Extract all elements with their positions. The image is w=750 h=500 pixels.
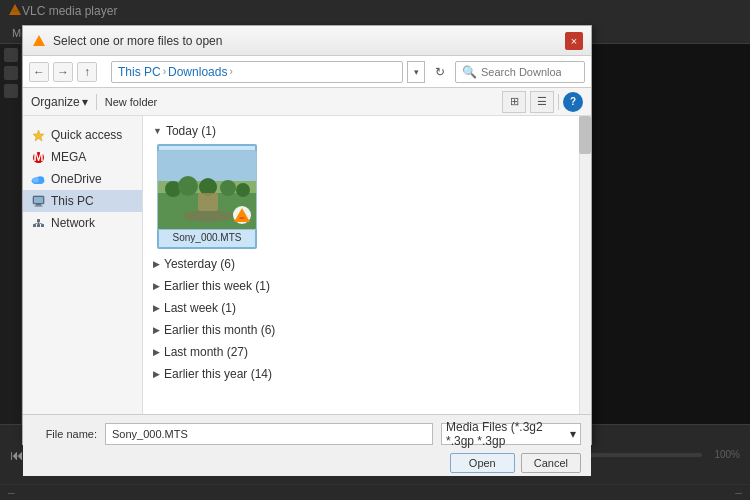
file-open-dialog: Select one or more files to open × ← → ↑… bbox=[22, 25, 592, 445]
file-name-sony: Sony_000.MTS bbox=[173, 232, 242, 243]
dialog-bottom: File name: Media Files (*.3g2 *.3gp *.3g… bbox=[23, 414, 591, 476]
dialog-titlebar: Select one or more files to open × bbox=[23, 26, 591, 56]
quick-access-icon bbox=[31, 128, 45, 142]
dialog-toolbar: Organize ▾ New folder ⊞ ☰ ? bbox=[23, 88, 591, 116]
svg-rect-13 bbox=[36, 204, 41, 206]
section-earlier-week-arrow: ▶ bbox=[153, 281, 160, 291]
scrollbar-thumb[interactable] bbox=[579, 116, 591, 154]
nav-label-network: Network bbox=[51, 216, 95, 230]
search-box[interactable]: 🔍 bbox=[455, 61, 585, 83]
nav-item-quick-access[interactable]: Quick access bbox=[23, 124, 142, 146]
section-earlier-year-arrow: ▶ bbox=[153, 369, 160, 379]
nav-label-quick-access: Quick access bbox=[51, 128, 122, 142]
breadcrumb-sep-1: › bbox=[163, 66, 166, 77]
address-bar: ← → ↑ This PC › Downloads › ▾ ↻ 🔍 bbox=[23, 56, 591, 88]
filename-input[interactable] bbox=[105, 423, 433, 445]
file-thumbnail bbox=[157, 150, 257, 230]
thumb-image bbox=[158, 151, 256, 229]
svg-rect-12 bbox=[34, 197, 43, 203]
vlc-overlay-icon bbox=[232, 205, 252, 225]
view-list-button[interactable]: ☰ bbox=[530, 91, 554, 113]
breadcrumb-sep-2: › bbox=[229, 66, 232, 77]
section-last-month-arrow: ▶ bbox=[153, 347, 160, 357]
organize-button[interactable]: Organize ▾ bbox=[31, 95, 88, 109]
nav-label-mega: MEGA bbox=[51, 150, 86, 164]
toolbar-right: ⊞ ☰ ? bbox=[502, 91, 583, 113]
section-yesterday-arrow: ▶ bbox=[153, 259, 160, 269]
section-today-arrow: ▼ bbox=[153, 126, 162, 136]
svg-point-29 bbox=[220, 180, 236, 196]
up-icon: ↑ bbox=[84, 65, 90, 79]
dialog-vlc-icon bbox=[31, 33, 47, 49]
svg-point-31 bbox=[183, 210, 233, 222]
section-earlier-week-label: Earlier this week (1) bbox=[164, 279, 270, 293]
svg-rect-16 bbox=[37, 224, 40, 227]
nav-item-mega[interactable]: M MEGA bbox=[23, 146, 142, 168]
svg-line-20 bbox=[34, 223, 38, 224]
filetype-select[interactable]: Media Files (*.3g2 *.3gp *.3gp ▾ bbox=[441, 423, 581, 445]
forward-icon: → bbox=[57, 65, 69, 79]
svg-text:M: M bbox=[33, 151, 43, 164]
computer-icon bbox=[31, 194, 45, 208]
path-dropdown-button[interactable]: ▾ bbox=[407, 61, 425, 83]
svg-rect-32 bbox=[198, 193, 218, 211]
section-earlier-month[interactable]: ▶ Earlier this month (6) bbox=[153, 321, 577, 339]
dialog-content: Quick access M MEGA bbox=[23, 116, 591, 414]
section-last-week-arrow: ▶ bbox=[153, 303, 160, 313]
back-button[interactable]: ← bbox=[29, 62, 49, 82]
svg-point-36 bbox=[239, 217, 245, 219]
section-earlier-year-label: Earlier this year (14) bbox=[164, 367, 272, 381]
organize-label: Organize bbox=[31, 95, 80, 109]
toolbar-divider-2 bbox=[558, 94, 559, 110]
svg-rect-4 bbox=[37, 42, 41, 46]
breadcrumb-path[interactable]: This PC › Downloads › bbox=[111, 61, 403, 83]
section-earlier-year[interactable]: ▶ Earlier this year (14) bbox=[153, 365, 577, 383]
files-grid: Sony_000.MTS bbox=[153, 144, 577, 249]
mega-icon: M bbox=[31, 150, 45, 164]
up-button[interactable]: ↑ bbox=[77, 62, 97, 82]
breadcrumb-item-downloads[interactable]: Downloads bbox=[168, 65, 227, 79]
nav-item-onedrive[interactable]: OneDrive bbox=[23, 168, 142, 190]
view-icon-button[interactable]: ⊞ bbox=[502, 91, 526, 113]
filetype-label: Media Files (*.3g2 *.3gp *.3gp bbox=[446, 420, 570, 448]
svg-rect-14 bbox=[34, 205, 42, 206]
svg-rect-24 bbox=[158, 151, 257, 181]
refresh-button[interactable]: ↻ bbox=[429, 61, 451, 83]
scrollbar-track bbox=[579, 116, 591, 414]
svg-point-10 bbox=[32, 178, 39, 183]
search-input[interactable] bbox=[481, 66, 561, 78]
filename-row: File name: Media Files (*.3g2 *.3gp *.3g… bbox=[33, 423, 581, 445]
file-sony-mts[interactable]: Sony_000.MTS bbox=[157, 144, 257, 249]
svg-point-30 bbox=[236, 183, 250, 197]
forward-button[interactable]: → bbox=[53, 62, 73, 82]
svg-line-21 bbox=[38, 223, 42, 224]
section-earlier-week[interactable]: ▶ Earlier this week (1) bbox=[153, 277, 577, 295]
nav-item-network[interactable]: Network bbox=[23, 212, 142, 234]
dialog-title-left: Select one or more files to open bbox=[31, 33, 222, 49]
section-yesterday[interactable]: ▶ Yesterday (6) bbox=[153, 255, 577, 273]
toolbar-divider bbox=[96, 94, 97, 110]
nav-item-this-pc[interactable]: This PC bbox=[23, 190, 142, 212]
cancel-button[interactable]: Cancel bbox=[521, 453, 581, 473]
section-last-week[interactable]: ▶ Last week (1) bbox=[153, 299, 577, 317]
section-earlier-month-label: Earlier this month (6) bbox=[164, 323, 275, 337]
breadcrumb-item-thispc[interactable]: This PC bbox=[118, 65, 161, 79]
svg-marker-5 bbox=[33, 130, 44, 141]
network-icon bbox=[31, 216, 45, 230]
help-button[interactable]: ? bbox=[563, 92, 583, 112]
filename-label: File name: bbox=[33, 428, 97, 440]
section-last-month[interactable]: ▶ Last month (27) bbox=[153, 343, 577, 361]
section-last-week-label: Last week (1) bbox=[164, 301, 236, 315]
dialog-title-text: Select one or more files to open bbox=[53, 34, 222, 48]
search-icon: 🔍 bbox=[462, 65, 477, 79]
buttons-row: Open Cancel bbox=[33, 453, 581, 473]
nav-label-onedrive: OneDrive bbox=[51, 172, 102, 186]
section-today[interactable]: ▼ Today (1) bbox=[153, 124, 577, 138]
onedrive-icon bbox=[31, 172, 45, 186]
toolbar-left: Organize ▾ New folder bbox=[31, 94, 157, 110]
new-folder-button[interactable]: New folder bbox=[105, 96, 158, 108]
section-today-label: Today (1) bbox=[166, 124, 216, 138]
dialog-close-button[interactable]: × bbox=[565, 32, 583, 50]
open-button[interactable]: Open bbox=[450, 453, 515, 473]
nav-label-this-pc: This PC bbox=[51, 194, 94, 208]
